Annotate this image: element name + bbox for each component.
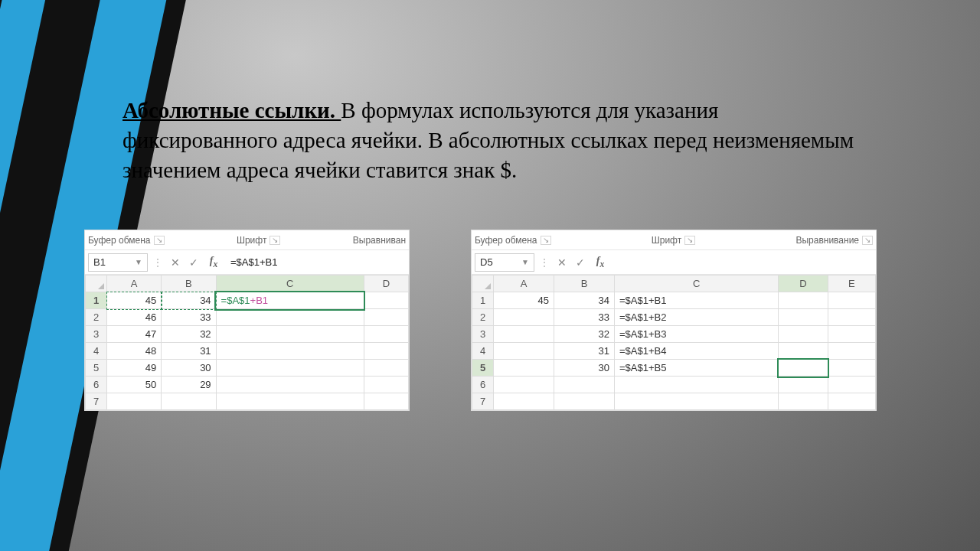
- formula-input[interactable]: =$A$1+B1: [226, 256, 406, 268]
- cell[interactable]: 33: [554, 309, 615, 326]
- cell[interactable]: 47: [107, 326, 162, 343]
- cell[interactable]: [828, 393, 875, 410]
- cell[interactable]: [828, 343, 875, 360]
- cell[interactable]: [615, 377, 779, 393]
- row-header[interactable]: 3: [86, 326, 107, 343]
- enter-icon[interactable]: ✓: [186, 256, 201, 269]
- cell[interactable]: [494, 309, 554, 326]
- row-header[interactable]: 6: [86, 377, 107, 393]
- cell[interactable]: 30: [162, 360, 216, 377]
- cell[interactable]: [216, 377, 364, 393]
- row-header[interactable]: 5: [472, 360, 494, 377]
- cell[interactable]: [364, 360, 408, 377]
- cell[interactable]: =$A$1+B5: [615, 360, 779, 377]
- fx-icon[interactable]: fx: [591, 255, 609, 269]
- cell[interactable]: =$A$1+B1: [615, 292, 779, 309]
- col-header[interactable]: B: [162, 276, 216, 292]
- enter-icon[interactable]: ✓: [573, 256, 588, 269]
- cell[interactable]: [364, 343, 408, 360]
- cell[interactable]: 30: [554, 360, 615, 377]
- cell[interactable]: [828, 326, 875, 343]
- dialog-launcher-icon[interactable]: ↘: [862, 236, 873, 245]
- cell[interactable]: [216, 360, 364, 377]
- cell-selected[interactable]: [779, 360, 828, 377]
- cell[interactable]: [828, 360, 875, 377]
- row-header[interactable]: 1: [86, 292, 107, 309]
- row-header[interactable]: 1: [472, 292, 494, 309]
- cell[interactable]: [779, 343, 828, 360]
- dialog-launcher-icon[interactable]: ↘: [684, 236, 695, 245]
- cell[interactable]: [107, 393, 162, 410]
- cell[interactable]: [554, 393, 615, 410]
- cell[interactable]: [615, 393, 779, 410]
- row-header[interactable]: 4: [86, 343, 107, 360]
- cell[interactable]: [364, 292, 408, 309]
- row-header[interactable]: 7: [472, 393, 494, 410]
- cell[interactable]: =$A$1+B2: [615, 309, 779, 326]
- cell[interactable]: 31: [162, 343, 216, 360]
- cell[interactable]: 50: [107, 377, 162, 393]
- cell[interactable]: [779, 377, 828, 393]
- col-header[interactable]: D: [364, 276, 408, 292]
- cell[interactable]: [162, 393, 216, 410]
- cell[interactable]: [779, 326, 828, 343]
- col-header[interactable]: E: [828, 276, 875, 292]
- cell[interactable]: =$A$1+B4: [615, 343, 779, 360]
- cell[interactable]: 48: [107, 343, 162, 360]
- cell[interactable]: [216, 343, 364, 360]
- dialog-launcher-icon[interactable]: ↘: [154, 236, 165, 245]
- cell[interactable]: [216, 393, 364, 410]
- row-header[interactable]: 3: [472, 326, 494, 343]
- cell[interactable]: 45: [107, 292, 162, 309]
- col-header[interactable]: B: [554, 276, 615, 292]
- row-header[interactable]: 7: [86, 393, 107, 410]
- fx-icon[interactable]: fx: [204, 255, 223, 269]
- worksheet-grid[interactable]: A B C D 1 45 34 =$A$1+B1 24633 34732 448…: [85, 275, 409, 410]
- cell[interactable]: [364, 309, 408, 326]
- col-header[interactable]: C: [615, 276, 779, 292]
- cell[interactable]: [828, 377, 875, 393]
- cell[interactable]: [828, 309, 875, 326]
- select-all-corner[interactable]: [472, 276, 494, 292]
- cell[interactable]: [779, 292, 828, 309]
- select-all-corner[interactable]: [86, 276, 107, 292]
- cell[interactable]: 46: [107, 309, 162, 326]
- col-header[interactable]: A: [494, 276, 554, 292]
- cell[interactable]: [494, 326, 554, 343]
- cell[interactable]: 45: [494, 292, 554, 309]
- worksheet-grid[interactable]: A B C D E 14534=$A$1+B1 233=$A$1+B2 332=…: [472, 275, 876, 410]
- cancel-icon[interactable]: ✕: [554, 256, 570, 269]
- cell[interactable]: 34: [554, 292, 615, 309]
- cell[interactable]: 29: [162, 377, 216, 393]
- cell[interactable]: [216, 326, 364, 343]
- cell[interactable]: 33: [162, 309, 216, 326]
- name-box[interactable]: B1 ▼: [88, 253, 148, 272]
- cell[interactable]: [216, 309, 364, 326]
- cell[interactable]: [828, 292, 875, 309]
- col-header[interactable]: D: [779, 276, 828, 292]
- row-header[interactable]: 6: [472, 377, 494, 393]
- cell[interactable]: 32: [554, 326, 615, 343]
- cell[interactable]: 34: [162, 292, 216, 309]
- cell[interactable]: [364, 326, 408, 343]
- cell[interactable]: [779, 393, 828, 410]
- cell[interactable]: [364, 377, 408, 393]
- cell[interactable]: [494, 360, 554, 377]
- cell[interactable]: [494, 343, 554, 360]
- dialog-launcher-icon[interactable]: ↘: [541, 236, 551, 245]
- col-header[interactable]: A: [107, 276, 162, 292]
- col-header[interactable]: C: [216, 276, 364, 292]
- cancel-icon[interactable]: ✕: [168, 256, 183, 269]
- row-header[interactable]: 2: [86, 309, 107, 326]
- row-header[interactable]: 5: [86, 360, 107, 377]
- row-header[interactable]: 4: [472, 343, 494, 360]
- cell[interactable]: [364, 393, 408, 410]
- cell[interactable]: =$A$1+B3: [615, 326, 779, 343]
- name-box[interactable]: D5 ▼: [475, 253, 534, 272]
- cell[interactable]: [779, 309, 828, 326]
- cell[interactable]: [494, 377, 554, 393]
- dialog-launcher-icon[interactable]: ↘: [270, 236, 280, 245]
- row-header[interactable]: 2: [472, 309, 494, 326]
- cell[interactable]: 31: [554, 343, 615, 360]
- cell[interactable]: 32: [162, 326, 216, 343]
